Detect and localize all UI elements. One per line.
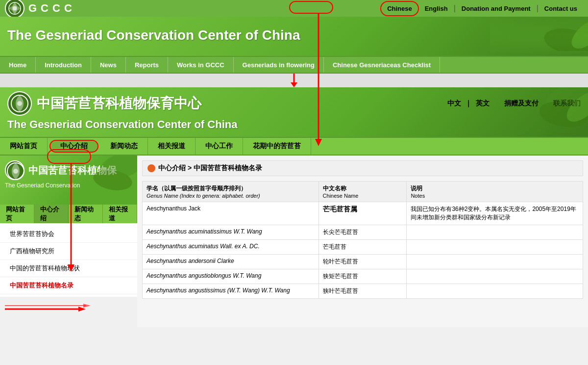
cn-lang-cn[interactable]: 中文 <box>447 99 461 108</box>
notes-cell-3 <box>407 255 583 269</box>
left-nav-home[interactable]: 网站首页 <box>0 205 34 223</box>
left-panel: 中国苦苣苔科植物保 The Gesneriad Conservation 网站首… <box>0 156 137 327</box>
nav1-news[interactable]: News <box>91 57 126 73</box>
notes-cell-4 <box>407 269 583 284</box>
breadcrumb-icon <box>147 164 155 172</box>
down-arrow-svg <box>284 74 304 87</box>
genus-cell-3: Aeschynanthus andersonii Clarke <box>143 255 319 269</box>
english-nav: Home Introduction News Reports Works in … <box>0 56 588 74</box>
right-arrows-svg <box>5 302 103 316</box>
notes-cell-2 <box>407 240 583 255</box>
genus-name-2: Aeschynanthus acuminatus Wall. ex A. DC. <box>147 243 260 250</box>
cn-name-0: 芒毛苣苔属 <box>323 205 357 213</box>
nav2-works[interactable]: 中心工作 <box>196 138 243 155</box>
header-genus-cn: 学名（以属一级按照首字母顺序排列） <box>147 184 315 193</box>
table-row: Aeschynanthus angustioblongus W.T. Wang … <box>143 269 583 284</box>
cn-name-cell-4: 狭矩芒毛苣苔 <box>318 269 407 284</box>
logo-icon <box>5 0 24 18</box>
cn-name-cell-1: 长尖芒毛苣苔 <box>318 225 407 240</box>
svg-point-15 <box>13 169 18 174</box>
header-cn-en: Chinese Name <box>323 193 403 199</box>
table-row: Aeschynanthus andersonii Clarke 轮叶芒毛苣苔 <box>143 255 583 269</box>
nav1-home[interactable]: Home <box>0 57 36 73</box>
left-leaf-svg <box>49 156 137 205</box>
nav2-gesneriads[interactable]: 花期中的苦苣苔 <box>243 138 311 155</box>
genus-cell-2: Aeschynanthus acuminatus Wall. ex A. DC. <box>143 240 319 255</box>
nav2-intro[interactable]: 中心介绍 <box>49 140 98 153</box>
nav1-gesneriads[interactable]: Gesneriads in flowering <box>234 57 324 73</box>
annotation-area <box>0 74 588 87</box>
left-banner: 中国苦苣苔科植物保 The Gesneriad Conservation <box>0 156 137 205</box>
nav1-works[interactable]: Works in GCCC <box>168 57 234 73</box>
chinese-nav: 网站首页 中心介绍 新闻动态 相关报道 中心工作 花期中的苦苣苔 <box>0 137 588 156</box>
left-nav-intro[interactable]: 中心介绍 <box>34 205 69 223</box>
cn-name-3: 轮叶芒毛苣苔 <box>323 258 358 265</box>
english-banner-text: The Gesneriad Conservation Center of Chi… <box>7 27 300 43</box>
nav1-introduction[interactable]: Introduction <box>36 57 91 73</box>
cn-name-cell-3: 轮叶芒毛苣苔 <box>318 255 407 269</box>
header-notes-en: Notes <box>411 193 579 199</box>
nav2-home[interactable]: 网站首页 <box>0 138 48 155</box>
sub-item-4[interactable]: 中国苦苣苔科植物名录 <box>0 277 137 294</box>
left-sub-nav: 世界苦苣苔协会 广西植物研究所 中国的苦苣苔科植物现状 中国苦苣苔科植物名录 <box>0 223 137 297</box>
table-row: Aeschynanthus angustissimus (W.T. Wang) … <box>143 284 583 299</box>
header-notes-cn: 说明 <box>411 184 579 193</box>
genus-cell-1: Aeschynanthus acuminatissimus W.T. Wang <box>143 225 319 240</box>
donation-link[interactable]: Donation and Payment <box>456 2 537 15</box>
genus-name-3: Aeschynanthus andersonii Clarke <box>147 258 234 264</box>
right-panel: 中心介绍 > 中国苦苣苔科植物名录 学名（以属一级按照首字母顺序排列） Genu… <box>137 156 588 327</box>
genus-name-5: Aeschynanthus angustissimus (W.T. Wang) … <box>147 287 290 294</box>
header-genus-en: Genus Name (Index to genera: alphabet. o… <box>147 193 315 199</box>
header-genus: 学名（以属一级按照首字母顺序排列） Genus Name (Index to g… <box>143 182 319 202</box>
english-banner: The Gesneriad Conservation Center of Chi… <box>0 17 588 56</box>
top-right-links: Chinese English | Donation and Payment |… <box>380 1 583 16</box>
header-notes: 说明 Notes <box>407 182 583 202</box>
cn-lang-en[interactable]: 英文 <box>476 99 490 108</box>
left-nav-news[interactable]: 新闻动态 <box>69 205 103 223</box>
breadcrumb-bar: 中心介绍 > 中国苦苣苔科植物名录 <box>142 160 583 176</box>
nav2-news[interactable]: 新闻动态 <box>100 138 148 155</box>
sub-item-1[interactable]: 世界苦苣苔协会 <box>0 226 137 243</box>
breadcrumb-text: 中心介绍 > 中国苦苣苔科植物名录 <box>158 164 262 173</box>
cn-name-cell-0: 芒毛苣苔属 <box>318 202 407 225</box>
cn-name-4: 狭矩芒毛苣苔 <box>323 273 358 280</box>
cn-name-1: 长尖芒毛苣苔 <box>323 229 358 235</box>
genus-name-1: Aeschynanthus acuminatissimus W.T. Wang <box>147 228 262 235</box>
genus-cell-0: Aeschynanthus Jack <box>143 202 319 225</box>
svg-marker-17 <box>78 307 86 312</box>
genus-cell-4: Aeschynanthus angustioblongus W.T. Wang <box>143 269 319 284</box>
svg-marker-6 <box>291 82 297 87</box>
nav2-reports[interactable]: 相关报道 <box>148 138 196 155</box>
svg-marker-19 <box>83 304 91 308</box>
notes-cell-1 <box>407 225 583 240</box>
notes-0: 我国已知分布有36种2变种。本属名实无变化，2005年至2019年间未增加新分类… <box>411 206 576 221</box>
chinese-banner: 中国苦苣苔科植物保育中心 中文 ｜ 英文 捐赠及支付 联系我们 The Gesn… <box>0 87 588 137</box>
header-cn-name: 中文名称 Chinese Name <box>318 182 407 202</box>
logo-area: GCCC <box>5 0 76 18</box>
left-logo <box>5 160 24 180</box>
species-table: 学名（以属一级按照首字母顺序排列） Genus Name (Index to g… <box>142 181 583 299</box>
genus-cell-5: Aeschynanthus angustissimus (W.T. Wang) … <box>143 284 319 299</box>
sep-cn1: ｜ <box>465 99 472 108</box>
nav1-checklist[interactable]: Chinese Gesneriaceas Checklist <box>324 57 440 73</box>
left-nav-top: 网站首页 中心介绍 新闻动态 相关报道 <box>0 205 137 223</box>
cn-title: 中国苦苣苔科植物保育中心 <box>37 94 201 113</box>
cn-name-cell-2: 芒毛苣苔 <box>318 240 407 255</box>
svg-point-11 <box>17 101 22 106</box>
cn-leaf-svg <box>490 87 588 131</box>
lang-english-link[interactable]: English <box>419 2 454 15</box>
notes-cell-0: 我国已知分布有36种2变种。本属名实无变化，2005年至2019年间未增加新分类… <box>407 202 583 225</box>
cn-logo-area: 中国苦苣苔科植物保育中心 <box>7 91 201 116</box>
site-title: GCCC <box>28 2 76 15</box>
top-bar: GCCC Chinese English | Donation and Paym… <box>0 0 588 17</box>
right-arrow-annotation <box>0 297 137 321</box>
sub-item-3[interactable]: 中国的苦苣苔科植物现状 <box>0 260 137 277</box>
left-nav-reports[interactable]: 相关报道 <box>103 205 137 223</box>
nav1-reports[interactable]: Reports <box>126 57 168 73</box>
sub-item-2[interactable]: 广西植物研究所 <box>0 243 137 260</box>
main-content: 中国苦苣苔科植物保 The Gesneriad Conservation 网站首… <box>0 156 588 327</box>
genus-name-0: Aeschynanthus Jack <box>147 205 200 212</box>
contact-link[interactable]: Contact us <box>539 2 583 15</box>
lang-chinese-link[interactable]: Chinese <box>380 1 419 16</box>
table-header-row: 学名（以属一级按照首字母顺序排列） Genus Name (Index to g… <box>143 182 583 202</box>
